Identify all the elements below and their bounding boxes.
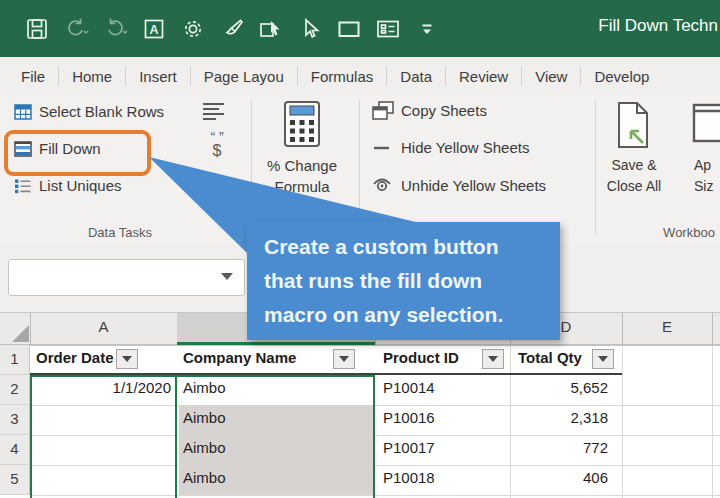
- product-id-filter-button[interactable]: [482, 349, 504, 369]
- unhide-yellow-sheets-button[interactable]: Unhide Yellow Sheets: [372, 176, 546, 194]
- order-date-filter-button[interactable]: [116, 349, 138, 369]
- cell-d4[interactable]: 772: [496, 439, 608, 456]
- qat-customize-icon[interactable]: [414, 16, 440, 42]
- cursor-icon[interactable]: [297, 16, 323, 42]
- quick-access-toolbar: A: [24, 8, 440, 50]
- filter-dropdown-icon: [122, 356, 132, 362]
- tab-view[interactable]: View: [522, 68, 580, 85]
- callout-line-2: that runs the fill down: [264, 264, 560, 298]
- quote-dollar-icon[interactable]: “ ” $: [206, 131, 228, 157]
- window-title: Fill Down Techn: [598, 16, 718, 36]
- percent-change-label-2: Formula: [252, 178, 352, 195]
- excel-window: A Fill Down Techn: [0, 0, 720, 498]
- list-uniques-button[interactable]: List Uniques: [14, 177, 122, 194]
- copy-sheets-label: Copy Sheets: [401, 102, 487, 119]
- row-header-1[interactable]: 1: [0, 345, 30, 375]
- apply-sizes-label-1: Ap: [694, 157, 720, 173]
- selection-frame-column-b: [175, 375, 375, 498]
- brush-icon[interactable]: [219, 16, 245, 42]
- tab-review[interactable]: Review: [446, 68, 521, 85]
- cell-d2[interactable]: 5,652: [496, 379, 608, 396]
- hide-dash-icon: [372, 143, 394, 153]
- cell-d3[interactable]: 2,318: [496, 409, 608, 426]
- tab-insert[interactable]: Insert: [126, 68, 190, 85]
- cell-c3[interactable]: P10016: [383, 409, 435, 426]
- hide-yellow-sheets-label: Hide Yellow Sheets: [401, 139, 529, 156]
- total-qty-filter-button[interactable]: [592, 349, 614, 369]
- apply-sizes-label-2: Siz: [694, 178, 720, 194]
- cell-d5[interactable]: 406: [496, 469, 608, 486]
- row-header-2[interactable]: 2: [0, 375, 30, 405]
- color-squares-icon[interactable]: [203, 183, 229, 201]
- apply-sizes-icon: [692, 103, 720, 147]
- percent-change-label-1: % Change: [252, 157, 352, 174]
- redo-icon[interactable]: [102, 16, 128, 42]
- column-header-e[interactable]: E: [622, 318, 712, 335]
- save-close-label-2: Close All: [598, 178, 670, 194]
- row-header-5[interactable]: 5: [0, 465, 30, 495]
- save-close-label-1: Save &: [598, 157, 670, 173]
- group-separator: [595, 100, 596, 234]
- save-close-doc-icon: [614, 101, 652, 153]
- data-tasks-group-label: Data Tasks: [40, 225, 200, 240]
- select-blank-rows-button[interactable]: Select Blank Rows: [14, 103, 164, 120]
- window-icon[interactable]: [336, 16, 362, 42]
- copy-sheets-button[interactable]: Copy Sheets: [372, 101, 487, 120]
- tab-page-layout[interactable]: Page Layou: [191, 68, 297, 85]
- eye-icon: [372, 176, 394, 194]
- row-header-4[interactable]: 4: [0, 435, 30, 465]
- cell-c5[interactable]: P10018: [383, 469, 435, 486]
- name-box[interactable]: [8, 259, 245, 296]
- workbook-group-label: Workboo: [644, 225, 720, 240]
- undo-icon[interactable]: [63, 16, 89, 42]
- table-grid-icon: [14, 104, 32, 120]
- ribbon-tab-row: File Home Insert Page Layou Formulas Dat…: [0, 57, 720, 95]
- list-uniques-label: List Uniques: [39, 177, 122, 194]
- filter-dropdown-icon: [488, 356, 498, 362]
- bullet-list-icon: [14, 178, 32, 194]
- align-lines-icon[interactable]: [202, 102, 226, 126]
- tab-file[interactable]: File: [8, 68, 58, 85]
- title-bar: A Fill Down Techn: [0, 0, 720, 57]
- filter-dropdown-icon: [339, 356, 349, 362]
- tab-developer[interactable]: Develop: [581, 68, 662, 85]
- callout-line-3: macro on any selection.: [264, 298, 560, 332]
- select-all-corner[interactable]: [8, 321, 30, 343]
- header-order-date[interactable]: Order Date: [36, 349, 114, 366]
- callout-line-1: Create a custom button: [264, 230, 560, 264]
- group-separator: [359, 100, 360, 234]
- tab-formulas[interactable]: Formulas: [298, 68, 387, 85]
- gear-icon[interactable]: [180, 16, 206, 42]
- cell-c2[interactable]: P10014: [383, 379, 435, 396]
- filter-dropdown-icon: [598, 356, 608, 362]
- calculator-icon: [283, 100, 321, 152]
- copy-sheets-icon: [372, 101, 394, 120]
- svg-text:A: A: [149, 23, 158, 37]
- tab-home[interactable]: Home: [59, 68, 125, 85]
- hide-yellow-sheets-button[interactable]: Hide Yellow Sheets: [372, 139, 529, 156]
- unhide-yellow-sheets-label: Unhide Yellow Sheets: [401, 177, 546, 194]
- selection-frame-column-a: [30, 375, 177, 498]
- fill-down-highlight-box: [4, 130, 151, 176]
- cell-c4[interactable]: P10017: [383, 439, 435, 456]
- select-blank-rows-label: Select Blank Rows: [39, 103, 164, 120]
- name-box-dropdown-icon[interactable]: [221, 273, 233, 280]
- font-box-icon[interactable]: A: [141, 16, 167, 42]
- header-product-id[interactable]: Product ID: [383, 349, 459, 366]
- header-company-name[interactable]: Company Name: [183, 349, 296, 366]
- header-total-qty[interactable]: Total Qty: [518, 349, 582, 366]
- company-name-filter-button[interactable]: [333, 349, 355, 369]
- select-object-icon[interactable]: [258, 16, 284, 42]
- worksheet-grid: A B C D E 1 2 3 4 5 Order Date Company N…: [0, 313, 720, 498]
- callout-bubble: Create a custom button that runs the fil…: [247, 222, 560, 340]
- save-icon[interactable]: [24, 16, 50, 42]
- form-properties-icon[interactable]: [375, 16, 401, 42]
- row-header-3[interactable]: 3: [0, 405, 30, 435]
- column-header-a[interactable]: A: [30, 318, 177, 335]
- tab-data[interactable]: Data: [387, 68, 445, 85]
